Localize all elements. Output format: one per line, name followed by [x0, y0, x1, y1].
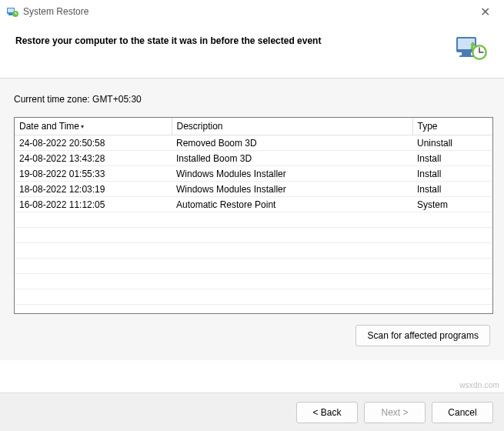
- cell-type: Uninstall: [412, 135, 492, 151]
- table-row[interactable]: 24-08-2022 13:43:28 Installed Boom 3D In…: [15, 151, 492, 166]
- timezone-label: Current time zone: GMT+05:30: [14, 94, 493, 105]
- cell-date: 19-08-2022 01:55:33: [15, 166, 172, 182]
- cell-type: Install: [412, 166, 492, 182]
- table-row[interactable]: 18-08-2022 12:03:19 Windows Modules Inst…: [15, 182, 492, 197]
- close-icon[interactable]: ✕: [476, 5, 495, 20]
- column-header-description[interactable]: Description: [172, 118, 412, 135]
- page-heading: Restore your computer to the state it wa…: [15, 32, 455, 46]
- sort-descending-icon: ▾: [81, 123, 84, 130]
- watermark: wsxdn.com: [459, 381, 499, 389]
- table-row-empty: .: [15, 212, 492, 228]
- titlebar: System Restore ✕: [0, 0, 504, 23]
- wizard-footer: < Back Next > Cancel: [0, 393, 504, 431]
- scan-affected-programs-button[interactable]: Scan for affected programs: [355, 325, 490, 346]
- table-row[interactable]: 19-08-2022 01:55:33 Windows Modules Inst…: [15, 166, 492, 182]
- svg-rect-1: [8, 8, 14, 12]
- svg-rect-7: [459, 55, 473, 57]
- cell-desc: Automatic Restore Point: [172, 197, 412, 212]
- cell-date: 16-08-2022 11:12:05: [15, 197, 172, 212]
- table-row-empty: .: [15, 243, 492, 259]
- svg-rect-6: [462, 52, 471, 55]
- cell-type: Install: [412, 182, 492, 197]
- cell-desc: Installed Boom 3D: [172, 151, 412, 166]
- cell-date: 24-08-2022 20:50:58: [15, 135, 172, 151]
- table-row-empty: .: [15, 228, 492, 243]
- back-button[interactable]: < Back: [296, 402, 358, 423]
- wizard-content: Current time zone: GMT+05:30 Date and Ti…: [0, 79, 504, 360]
- cell-desc: Removed Boom 3D: [172, 135, 412, 151]
- table-row-empty: .: [15, 289, 492, 305]
- cell-type: Install: [412, 151, 492, 166]
- table-row[interactable]: 24-08-2022 20:50:58 Removed Boom 3D Unin…: [15, 135, 492, 151]
- cell-desc: Windows Modules Installer: [172, 182, 412, 197]
- column-header-date-label: Date and Time: [19, 121, 79, 132]
- next-button[interactable]: Next >: [364, 402, 426, 423]
- cell-type: System: [412, 197, 492, 212]
- table-row[interactable]: 16-08-2022 11:12:05 Automatic Restore Po…: [15, 197, 492, 212]
- cell-desc: Windows Modules Installer: [172, 166, 412, 182]
- window-title: System Restore: [23, 6, 88, 17]
- restore-points-table[interactable]: Date and Time▾ Description Type 24-08-20…: [14, 117, 493, 314]
- wizard-header: Restore your computer to the state it wa…: [0, 23, 504, 79]
- table-row-empty: .: [15, 259, 492, 274]
- cell-date: 18-08-2022 12:03:19: [15, 182, 172, 197]
- cancel-button[interactable]: Cancel: [432, 402, 493, 423]
- system-restore-icon: [6, 5, 18, 18]
- column-header-date[interactable]: Date and Time▾: [15, 118, 172, 135]
- restore-illustration-icon: [455, 32, 489, 65]
- table-row-empty: .: [15, 274, 492, 289]
- cell-date: 24-08-2022 13:43:28: [15, 151, 172, 166]
- column-header-type[interactable]: Type: [412, 118, 492, 135]
